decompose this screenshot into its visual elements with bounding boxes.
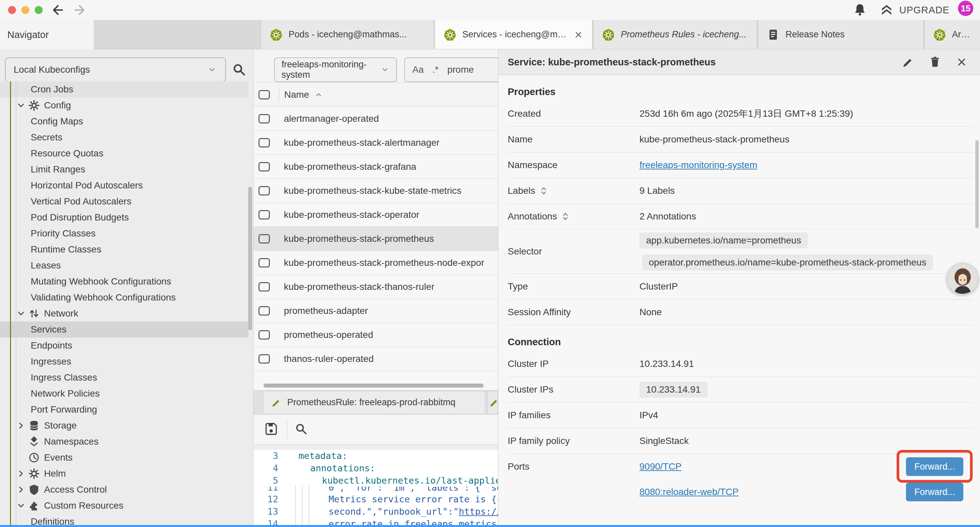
forward-button[interactable]: Forward... bbox=[906, 482, 963, 502]
sidebar-tree-item[interactable]: Runtime Classes bbox=[0, 242, 248, 258]
row-checkbox[interactable] bbox=[259, 186, 270, 196]
tree-chevron-icon[interactable] bbox=[15, 308, 27, 319]
select-all-checkbox[interactable] bbox=[259, 90, 270, 99]
search-input[interactable]: prome bbox=[447, 64, 474, 75]
editor-search-button[interactable] bbox=[294, 422, 308, 436]
app-tab[interactable]: Prometheus Rules - icecheng... bbox=[593, 20, 757, 49]
row-checkbox[interactable] bbox=[259, 258, 270, 267]
sidebar-tree-item[interactable]: Storage bbox=[0, 417, 248, 434]
namespace-selector[interactable]: freeleaps-monitoring-system bbox=[274, 57, 397, 82]
service-row[interactable]: prometheus-operated bbox=[253, 323, 498, 347]
regex-toggle[interactable]: .* bbox=[432, 64, 439, 75]
port-link[interactable]: 9090/TCP bbox=[640, 461, 681, 472]
sidebar-tree-item[interactable]: Leases bbox=[0, 258, 248, 274]
sidebar-tree-item[interactable]: Services bbox=[0, 322, 248, 338]
window-close-button[interactable] bbox=[8, 6, 16, 14]
row-checkbox[interactable] bbox=[259, 330, 270, 339]
editor-tab-prometheusrule[interactable]: PrometheusRule: freeleaps-prod-rabbitmq bbox=[263, 391, 485, 414]
row-checkbox[interactable] bbox=[259, 306, 270, 315]
notifications-bell-icon[interactable] bbox=[853, 3, 867, 18]
sidebar-tree-item[interactable]: Namespaces bbox=[0, 434, 248, 450]
sidebar-tree-item[interactable]: Validating Webhook Configurations bbox=[0, 290, 248, 306]
sidebar-tree-item[interactable]: Config bbox=[0, 97, 248, 113]
editor-tab-partial[interactable] bbox=[487, 391, 498, 414]
sidebar-tree-item[interactable]: Network Policies bbox=[0, 385, 248, 401]
back-button[interactable] bbox=[50, 3, 65, 18]
window-zoom-button[interactable] bbox=[35, 6, 43, 14]
upgrade-chevrons-icon[interactable] bbox=[879, 3, 894, 17]
tree-chevron-icon[interactable] bbox=[15, 100, 27, 111]
tree-chevron-icon[interactable] bbox=[15, 500, 27, 511]
row-checkbox[interactable] bbox=[259, 162, 270, 172]
service-row[interactable]: kube-prometheus-stack-grafana bbox=[253, 155, 498, 179]
assistant-avatar[interactable] bbox=[947, 263, 978, 295]
list-horizontal-scrollbar-thumb[interactable] bbox=[264, 384, 484, 388]
app-tab[interactable]: Pods - icecheng@mathmas... bbox=[261, 20, 434, 49]
port-link[interactable]: 8080:reloader-web/TCP bbox=[640, 487, 738, 497]
service-row[interactable]: kube-prometheus-stack-thanos-ruler bbox=[253, 275, 498, 299]
sidebar-tree-item[interactable]: Custom Resources bbox=[0, 498, 248, 514]
match-case-toggle[interactable]: Aa bbox=[412, 64, 424, 75]
upgrade-button[interactable]: UPGRADE bbox=[899, 5, 949, 16]
service-row[interactable]: kube-prometheus-stack-prometheus bbox=[253, 227, 498, 251]
sidebar-tree-item[interactable]: Mutating Webhook Configurations bbox=[0, 274, 248, 290]
yaml-editor[interactable]: 3 metadata: 4 annotations: 5 kubectl.kub… bbox=[253, 444, 498, 527]
sidebar-tree-item[interactable]: Port Forwarding bbox=[0, 401, 248, 417]
table-header[interactable]: Name bbox=[253, 83, 498, 107]
sidebar-tree-item[interactable]: Pod Disruption Budgets bbox=[0, 209, 248, 226]
sidebar-tree-item[interactable]: Config Maps bbox=[0, 113, 248, 129]
service-row[interactable]: kube-prometheus-stack-prometheus-node-ex… bbox=[253, 251, 498, 275]
namespace-link[interactable]: freeleaps-monitoring-system bbox=[640, 160, 757, 170]
sidebar-tree-item[interactable]: Ingresses bbox=[0, 353, 248, 369]
service-row[interactable]: kube-prometheus-stack-kube-state-metrics bbox=[253, 179, 498, 203]
sidebar-tree-item[interactable]: Horizontal Pod Autoscalers bbox=[0, 177, 248, 193]
edit-pencil-icon[interactable] bbox=[902, 56, 915, 68]
sidebar-tree-item[interactable]: Network bbox=[0, 306, 248, 322]
tree-chevron-icon[interactable] bbox=[15, 420, 27, 431]
sidebar-search-button[interactable] bbox=[231, 62, 247, 77]
service-row[interactable]: prometheus-adapter bbox=[253, 299, 498, 323]
sidebar-tree-item[interactable]: Cron Jobs bbox=[0, 81, 248, 97]
close-icon[interactable] bbox=[955, 56, 968, 68]
sidebar-tree-item[interactable]: Resource Quotas bbox=[0, 145, 248, 161]
row-checkbox[interactable] bbox=[259, 234, 270, 244]
notification-count-badge[interactable]: 15 bbox=[958, 1, 973, 16]
service-row[interactable]: kube-prometheus-stack-alertmanager bbox=[253, 131, 498, 155]
row-checkbox[interactable] bbox=[259, 354, 270, 363]
kubeconfig-selector[interactable]: Local Kubeconfigs bbox=[5, 57, 226, 82]
row-checkbox[interactable] bbox=[259, 138, 270, 147]
sidebar-tree-item[interactable]: Events bbox=[0, 450, 248, 466]
sidebar-tree-item[interactable]: Limit Ranges bbox=[0, 161, 248, 177]
sidebar-tree-item[interactable]: Endpoints bbox=[0, 338, 248, 353]
detail-scrollbar-thumb[interactable] bbox=[975, 140, 978, 228]
tree-chevron-icon[interactable] bbox=[15, 484, 27, 495]
sort-ascending-icon[interactable] bbox=[314, 90, 323, 99]
row-checkbox[interactable] bbox=[259, 114, 270, 123]
sidebar-tree-item[interactable]: Priority Classes bbox=[0, 226, 248, 242]
service-row[interactable]: kube-prometheus-stack-operator bbox=[253, 203, 498, 227]
sidebar-tree-item[interactable]: Ingress Classes bbox=[0, 369, 248, 385]
row-checkbox[interactable] bbox=[259, 282, 270, 291]
service-row[interactable]: alertmanager-operated bbox=[253, 107, 498, 131]
forward-button[interactable]: Forward... bbox=[906, 457, 963, 476]
expand-sort-icon[interactable] bbox=[539, 185, 548, 196]
sidebar-tree-item[interactable]: Vertical Pod Autoscalers bbox=[0, 193, 248, 209]
sidebar-scrollbar-thumb[interactable] bbox=[248, 187, 252, 330]
sidebar-tree-item[interactable]: Access Control bbox=[0, 482, 248, 498]
app-tab[interactable]: Release Notes bbox=[758, 20, 924, 49]
tab-close-icon[interactable] bbox=[573, 30, 584, 40]
row-checkbox[interactable] bbox=[259, 210, 270, 220]
window-minimize-button[interactable] bbox=[21, 6, 29, 14]
tree-chevron-icon[interactable] bbox=[15, 468, 27, 479]
sidebar-tree-item[interactable]: Secrets bbox=[0, 129, 248, 145]
app-tab[interactable]: Services - icecheng@math... bbox=[434, 20, 592, 49]
save-button[interactable] bbox=[264, 421, 279, 436]
list-search-box[interactable]: Aa .* prome bbox=[404, 57, 498, 82]
expand-sort-icon[interactable] bbox=[561, 211, 570, 222]
forward-button[interactable] bbox=[73, 3, 88, 18]
service-row[interactable]: thanos-ruler-operated bbox=[253, 347, 498, 371]
app-tab[interactable]: Argo Se bbox=[924, 20, 980, 49]
sidebar-tree-item[interactable]: Helm bbox=[0, 466, 248, 482]
yaml-url-link[interactable]: https://net bbox=[459, 506, 498, 517]
column-header-name[interactable]: Name bbox=[284, 89, 309, 100]
